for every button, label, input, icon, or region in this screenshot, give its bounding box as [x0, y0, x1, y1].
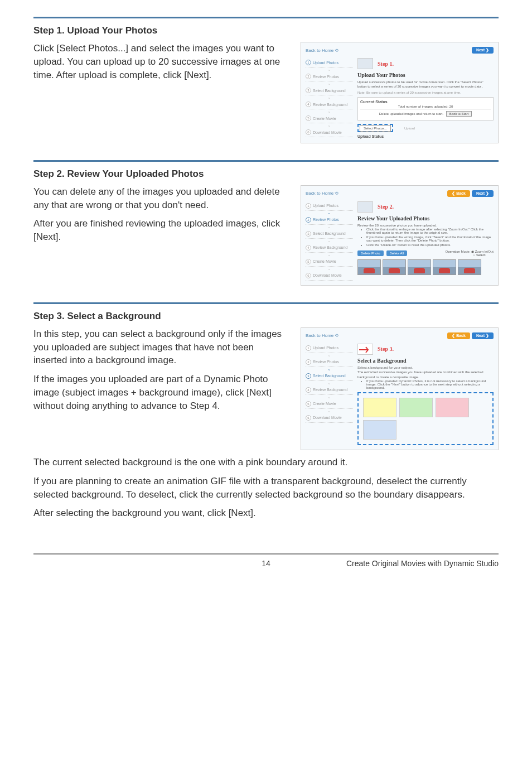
sidebar-item-select-bg[interactable]: 3Select Background: [306, 86, 353, 95]
arrow-icon: [357, 344, 373, 355]
sidebar-item-review-bg[interactable]: 4Review Background: [306, 385, 353, 395]
camera-icon: [357, 58, 373, 69]
step-2-header: Step 2. Review Your Uploaded Photos: [33, 160, 499, 180]
current-status-box: Current Status Total number of images up…: [357, 97, 494, 120]
background-grid: [357, 392, 494, 445]
review-bullets: Click the thumbnail to enlarge an image …: [357, 228, 494, 247]
step-2-title: Step 2. Review Your Uploaded Photos: [33, 168, 499, 180]
sidebar-item-review-bg[interactable]: 4Review Background: [306, 243, 353, 253]
back-button[interactable]: ❮ Back: [447, 190, 470, 197]
step-3-section: Step 3. Select a Background In this step…: [33, 302, 499, 520]
panel-title: Select a Background: [357, 358, 494, 364]
step-2-body: You can delete any of the images you upl…: [33, 185, 289, 249]
sidebar-item-upload[interactable]: 1Upload Photos: [306, 344, 353, 353]
step-2-section: Step 2. Review Your Uploaded Photos You …: [33, 160, 499, 286]
upload-status-label: Upload Status: [357, 134, 494, 138]
step-3-body: In this step, you can select a backgroun…: [33, 327, 289, 418]
delete-photo-button[interactable]: Delete Photo: [357, 250, 384, 256]
photo-thumb[interactable]: [383, 259, 406, 275]
next-button[interactable]: Next ❯: [472, 332, 494, 339]
document-title: Create Original Movies with Dynamic Stud…: [346, 559, 499, 568]
sidebar-item-upload[interactable]: 1Upload Photos: [306, 58, 353, 67]
back-to-home-link[interactable]: Back to Home ⟲: [306, 333, 338, 338]
step-1-header: Step 1. Upload Your Photos: [33, 17, 499, 36]
photo-thumb[interactable]: [433, 259, 456, 275]
sidebar-item-create-movie[interactable]: 5Create Movie: [306, 257, 353, 267]
next-button[interactable]: Next ❯: [472, 190, 494, 197]
back-to-home-link[interactable]: Back to Home ⟲: [306, 191, 338, 196]
back-to-start-button[interactable]: Back to Start: [446, 111, 472, 117]
wizard-sidebar: 1Upload Photos ⌄ 2Review Photos ⌄ 3Selec…: [306, 344, 353, 445]
step-label: Step 2.: [378, 204, 394, 210]
bg-swatch-green[interactable]: [399, 398, 433, 417]
sidebar-item-download[interactable]: 6Download Movie: [306, 413, 353, 423]
photo-thumbnails: [357, 259, 494, 275]
select-photos-highlight: Select Photos...: [357, 124, 393, 132]
upload-button[interactable]: Upload: [399, 126, 420, 131]
next-button[interactable]: Next ❯: [472, 47, 494, 54]
screenshot-step-1: Back to Home ⟲ Next ❯ 1Upload Photos ⌄ 2…: [301, 42, 499, 143]
photo-thumb[interactable]: [357, 259, 381, 275]
review-intro: Review the 20 successive photos you have…: [357, 223, 494, 228]
select-photos-button[interactable]: Select Photos...: [360, 125, 391, 132]
panel-title: Review Your Uploaded Photos: [357, 215, 494, 221]
status-uploaded-count: Total number of images uploaded: 20: [360, 104, 491, 110]
step-label: Step 1.: [378, 61, 394, 67]
sidebar-item-select-bg[interactable]: 3Select Background: [306, 229, 353, 239]
screenshot-step-2: Back to Home ⟲ ❮ Back Next ❯ 1Upload Pho…: [301, 185, 499, 286]
photo-thumb[interactable]: [458, 259, 481, 275]
sidebar-item-upload[interactable]: 1Upload Photos: [306, 201, 353, 211]
back-to-home-link[interactable]: Back to Home ⟲: [306, 48, 338, 53]
back-button[interactable]: ❮ Back: [447, 332, 470, 339]
bg-bullets: If you have uploaded Dynamic Photos, it …: [357, 379, 494, 389]
bg-desc: The extracted successive images you have…: [357, 370, 494, 379]
sidebar-item-download[interactable]: 6Download Movie: [306, 128, 353, 137]
panel-note: Note: Be sure to upload a series of 20 s…: [357, 91, 494, 94]
sidebar-item-review-bg[interactable]: 4Review Background: [306, 100, 353, 109]
screenshot-step-3: Back to Home ⟲ ❮ Back Next ❯ 1Upload Pho…: [301, 327, 499, 450]
bg-swatch-blue[interactable]: [363, 420, 396, 440]
select-option[interactable]: ○ Select: [473, 253, 486, 257]
delete-all-button[interactable]: Delete All: [386, 250, 407, 256]
step-label: Step 3.: [378, 346, 394, 352]
bg-swatch-pink[interactable]: [436, 398, 469, 417]
page-number: 14: [262, 559, 270, 568]
page-footer: 14 Create Original Movies with Dynamic S…: [33, 553, 499, 568]
step-3-body-cont: The current selected background is the o…: [33, 456, 499, 520]
step-1-title: Step 1. Upload Your Photos: [33, 25, 499, 36]
bg-swatch-yellow[interactable]: [363, 398, 396, 417]
sidebar-item-select-bg[interactable]: 3Select Background: [306, 372, 353, 381]
panel-desc: Upload successive photos to be used for …: [357, 80, 494, 89]
step-3-title: Step 3. Select a Background: [33, 311, 499, 322]
sidebar-item-download[interactable]: 6Download Movie: [306, 271, 353, 281]
sidebar-item-create-movie[interactable]: 5Create Movie: [306, 399, 353, 409]
step-1-body: Click [Select Photos...] and select the …: [33, 42, 289, 87]
sidebar-item-review[interactable]: 2Review Photos: [306, 358, 353, 367]
bg-intro: Select a background for your subject.: [357, 365, 494, 370]
photo-thumb[interactable]: [408, 259, 431, 275]
panel-title: Upload Your Photos: [357, 72, 494, 78]
sidebar-item-create-movie[interactable]: 5Create Movie: [306, 114, 353, 123]
sidebar-item-review[interactable]: 2Review Photos: [306, 215, 353, 225]
step-3-header: Step 3. Select a Background: [33, 302, 499, 322]
photos-icon: [357, 201, 373, 213]
wizard-sidebar: 1Upload Photos ⌄ 2Review Photos ⌄ 3Selec…: [306, 58, 353, 138]
wizard-sidebar: 1Upload Photos ⌄ 2Review Photos ⌄ 3Selec…: [306, 201, 353, 281]
sidebar-item-review[interactable]: 2Review Photos: [306, 72, 353, 81]
step-1-section: Step 1. Upload Your Photos Click [Select…: [33, 17, 499, 143]
